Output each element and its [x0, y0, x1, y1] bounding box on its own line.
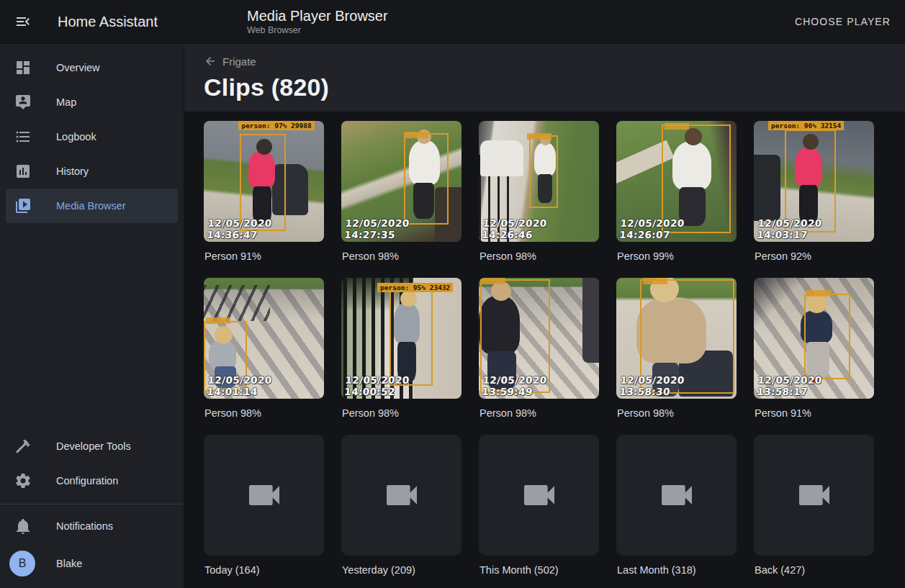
clip-card[interactable]: 12/05/2020 13:58:30 Person 98%	[616, 278, 737, 419]
sidebar-item-label: Configuration	[56, 475, 118, 487]
clip-thumbnail: 12/05/2020 13:58:30	[616, 278, 737, 399]
sidebar-item-label: Developer Tools	[56, 440, 131, 452]
sidebar-item-label: Logbook	[56, 131, 96, 143]
detection-tag	[206, 317, 230, 324]
sidebar-item-label: History	[56, 166, 89, 177]
sidebar-footer-nav: Developer Tools Configuration	[0, 429, 184, 498]
folder-card-last-month[interactable]: Last Month (318)	[616, 435, 737, 576]
folder-title: Back (427)	[754, 564, 874, 576]
sidebar-item-notifications[interactable]: Notifications	[6, 509, 178, 543]
sidebar-toggle-menu-icon[interactable]	[14, 13, 32, 30]
folder-tile	[479, 435, 599, 556]
clip-card[interactable]: person: 97% 29988 12/05/2020 14:36:47 Pe…	[204, 121, 324, 262]
folder-card-back[interactable]: Back (427)	[754, 435, 874, 576]
video-camera-icon	[382, 475, 422, 515]
sidebar-divider	[0, 504, 184, 505]
clip-card[interactable]: 12/05/2020 13:59:49 Person 98%	[479, 278, 599, 419]
clip-card[interactable]: 12/05/2020 14:26:46 Person 98%	[479, 121, 599, 262]
home-assistant-app: Home Assistant Media Player Browser Web …	[0, 0, 905, 588]
sidebar-item-label: Overview	[56, 62, 99, 73]
scene-shape	[204, 285, 270, 321]
clip-thumbnail: 12/05/2020 14:26:46	[479, 121, 599, 242]
top-app-bar: Home Assistant Media Player Browser Web …	[0, 0, 905, 43]
folder-tile	[616, 435, 737, 556]
media-browser-main: Frigate Clips (820) person: 97% 29988 12…	[184, 43, 905, 588]
page-title-block: Media Player Browser Web Browser	[247, 7, 388, 36]
clip-thumbnail: person: 96% 32154 12/05/2020 14:03:17	[754, 121, 874, 242]
clip-card[interactable]: 12/05/2020 14:26:07 Person 99%	[616, 121, 737, 262]
clip-title: Person 92%	[754, 250, 874, 262]
clip-thumbnail: person: 95% 23432 12/05/2020 14:00:52	[341, 278, 461, 399]
sidebar-item-label: Media Browser	[56, 200, 126, 212]
clip-timestamp: 12/05/2020 14:26:46	[482, 217, 599, 240]
video-camera-icon	[519, 475, 559, 515]
folder-card-this-month[interactable]: This Month (502)	[479, 435, 599, 576]
folder-card-today[interactable]: Today (164)	[204, 435, 324, 576]
media-browser-header: Frigate Clips (820)	[184, 43, 905, 112]
choose-player-button[interactable]: CHOOSE PLAYER	[795, 16, 891, 27]
sidebar-item-developer-tools[interactable]: Developer Tools	[6, 429, 178, 463]
clip-card[interactable]: person: 95% 23432 12/05/2020 14:00:52 Pe…	[341, 278, 461, 419]
sidebar-item-history[interactable]: History	[6, 154, 178, 189]
clip-timestamp: 12/05/2020 14:36:47	[207, 217, 324, 240]
sidebar-item-configuration[interactable]: Configuration	[6, 463, 178, 498]
sidebar: Overview Map Logbook History Media Brows…	[0, 43, 184, 588]
clip-thumbnail: 12/05/2020 14:26:07	[616, 121, 737, 242]
list-bulleted-icon	[14, 128, 32, 145]
page-title: Media Player Browser	[247, 7, 388, 24]
clip-card[interactable]: 12/05/2020 13:58:17 Person 91%	[754, 278, 874, 419]
body-layout: Overview Map Logbook History Media Brows…	[0, 43, 905, 588]
view-dashboard-icon	[14, 59, 32, 76]
sidebar-item-logbook[interactable]: Logbook	[6, 119, 178, 154]
detection-bounding-box	[240, 134, 285, 230]
clip-title: Person 98%	[616, 407, 737, 419]
arrow-left-icon	[204, 55, 217, 68]
clip-timestamp: 12/05/2020 14:03:17	[757, 217, 874, 240]
detection-tag: person: 95% 23432	[377, 283, 453, 292]
detection-tag: person: 97% 29988	[238, 121, 314, 130]
clip-title: Person 91%	[204, 250, 324, 262]
clip-thumbnail: 12/05/2020 13:59:49	[479, 278, 599, 399]
page-subtitle: Web Browser	[247, 24, 388, 36]
detection-tag	[665, 123, 689, 130]
clip-card[interactable]: 12/05/2020 14:27:35 Person 98%	[341, 121, 461, 262]
sidebar-item-overview[interactable]: Overview	[6, 50, 178, 85]
sidebar-item-media-browser[interactable]: Media Browser	[6, 189, 178, 223]
user-name: Blake	[56, 558, 82, 569]
clip-card[interactable]: 12/05/2020 14:01:14 Person 98%	[204, 278, 324, 419]
sidebar-item-map[interactable]: Map	[6, 85, 178, 119]
clip-thumbnail: person: 97% 29988 12/05/2020 14:36:47	[204, 121, 324, 242]
folder-tile	[341, 435, 461, 556]
clip-title: Person 98%	[341, 250, 461, 262]
clip-title: Person 98%	[341, 407, 461, 419]
user-avatar: B	[9, 551, 35, 576]
clip-title: Person 91%	[754, 407, 874, 419]
detection-bounding-box	[404, 133, 449, 225]
folder-title: This Month (502)	[479, 564, 599, 576]
folder-tile	[754, 435, 874, 556]
sidebar-nav: Overview Map Logbook History Media Brows…	[0, 50, 184, 223]
detection-tag: person: 96% 32154	[768, 121, 844, 130]
folder-title: Last Month (318)	[616, 564, 737, 576]
clip-thumbnail: 12/05/2020 14:27:35	[341, 121, 461, 242]
clip-card[interactable]: person: 96% 32154 12/05/2020 14:03:17 Pe…	[754, 121, 874, 262]
clip-title: Person 98%	[479, 250, 599, 262]
video-camera-icon	[794, 475, 834, 515]
folder-card-yesterday[interactable]: Yesterday (209)	[341, 435, 461, 576]
scene-shape	[480, 140, 523, 176]
sidebar-user-profile[interactable]: B Blake	[6, 543, 178, 584]
clip-title: Person 98%	[479, 407, 599, 419]
detection-tag	[643, 278, 667, 284]
topbar-sidebar-section: Home Assistant	[0, 13, 184, 30]
notifications-label: Notifications	[56, 520, 113, 532]
breadcrumb-back[interactable]: Frigate	[204, 55, 256, 68]
clip-timestamp: 12/05/2020 14:00:52	[344, 374, 461, 397]
scene-shape	[582, 278, 599, 363]
chart-box-icon	[14, 163, 32, 180]
clip-thumbnail: 12/05/2020 14:01:14	[204, 278, 324, 399]
clip-timestamp: 12/05/2020 13:58:30	[619, 374, 737, 397]
detection-bounding-box	[529, 135, 558, 208]
detection-tag	[527, 133, 551, 140]
clip-title: Person 98%	[204, 407, 324, 419]
media-browser-content: person: 97% 29988 12/05/2020 14:36:47 Pe…	[184, 112, 905, 588]
